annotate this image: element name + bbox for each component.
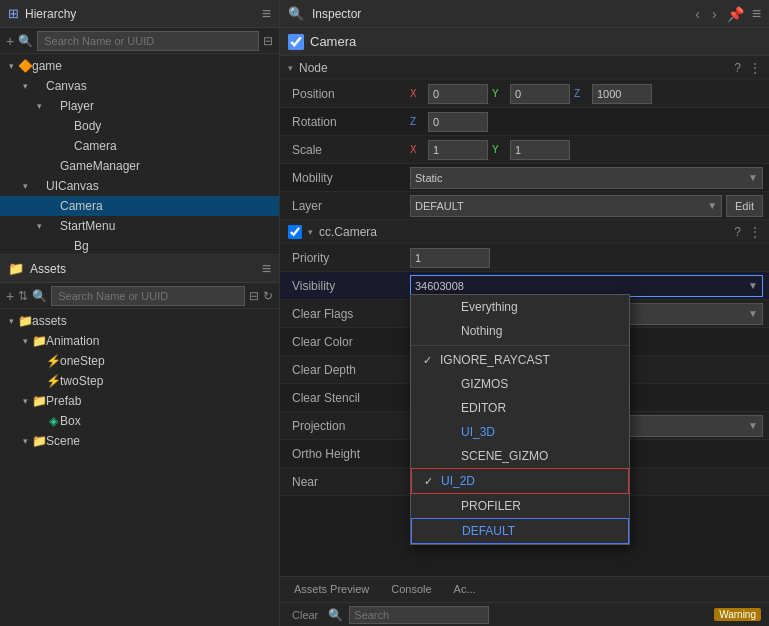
add-icon[interactable]: + <box>6 33 14 49</box>
sort-icon[interactable]: ⇅ <box>18 289 28 303</box>
nav-back-button[interactable]: ‹ <box>693 6 702 22</box>
hierarchy-item[interactable]: ▾StartMenu <box>0 216 279 236</box>
hierarchy-item[interactable]: Camera <box>0 196 279 216</box>
cc-camera-more-icon[interactable]: ⋮ <box>749 225 761 239</box>
position-z-input[interactable] <box>592 84 652 104</box>
inspector-header: 🔍 Inspector ‹ › 📌 ≡ <box>280 0 769 28</box>
dd-item-ui2d[interactable]: UI_2D <box>411 468 629 494</box>
dd-item-default[interactable]: DEFAULT <box>411 518 629 544</box>
dd-item-ignore-raycast[interactable]: IGNORE_RAYCAST <box>411 348 629 372</box>
list-view-icon[interactable]: ⊟ <box>249 289 259 303</box>
tree-item-label: Camera <box>74 139 117 153</box>
scale-y-input[interactable] <box>510 140 570 160</box>
position-y-input[interactable] <box>510 84 570 104</box>
tree-item-label: Scene <box>46 434 80 448</box>
hierarchy-item[interactable]: ▾UICanvas <box>0 176 279 196</box>
status-search-input[interactable] <box>349 606 489 624</box>
assets-item[interactable]: ▾📁Scene <box>0 431 279 451</box>
clear-flags-label: Clear Flags <box>280 307 410 321</box>
hierarchy-title-area: ⊞ Hierarchy <box>8 6 76 21</box>
assets-item[interactable]: ◈Box <box>0 411 279 431</box>
camera-enabled-checkbox[interactable] <box>288 34 304 50</box>
dd-item-profiler[interactable]: PROFILER <box>411 494 629 518</box>
scale-value: X Y <box>410 140 769 160</box>
node-help-icon[interactable]: ? <box>734 61 741 75</box>
hierarchy-menu-icon[interactable]: ≡ <box>262 5 271 23</box>
tree-arrow: ▾ <box>18 436 32 446</box>
add-asset-icon[interactable]: + <box>6 288 14 304</box>
tree-arrow: ▾ <box>18 396 32 406</box>
hierarchy-icon: ⊞ <box>8 6 19 21</box>
tree-item-icon: 📁 <box>32 334 46 348</box>
hierarchy-item[interactable]: Camera <box>0 136 279 156</box>
dd-item-scene-gizmo[interactable]: SCENE_GIZMO <box>411 444 629 468</box>
tree-item-label: Prefab <box>46 394 81 408</box>
clear-stencil-label: Clear Stencil <box>280 391 410 405</box>
node-section-row[interactable]: ▾ Node ? ⋮ <box>280 56 769 80</box>
position-x-input[interactable] <box>428 84 488 104</box>
visibility-label: Visibility <box>280 279 410 293</box>
hierarchy-item[interactable]: Bg <box>0 236 279 254</box>
refresh-icon[interactable]: ↻ <box>263 289 273 303</box>
nav-forward-button[interactable]: › <box>710 6 719 22</box>
mobility-dropdown[interactable]: Static ▼ <box>410 167 763 189</box>
hierarchy-item[interactable]: ▾🔶game <box>0 56 279 76</box>
clear-button[interactable]: Clear <box>288 609 322 621</box>
pin-icon[interactable]: 📌 <box>727 6 744 22</box>
hierarchy-item[interactable]: ▾Player <box>0 96 279 116</box>
tree-item-label: Animation <box>46 334 99 348</box>
hierarchy-search-input[interactable] <box>37 31 259 51</box>
assets-item[interactable]: ▾📁assets <box>0 311 279 331</box>
dd-scene-gizmo-label: SCENE_GIZMO <box>461 449 548 463</box>
dd-item-editor[interactable]: EDITOR <box>411 396 629 420</box>
priority-row: Priority <box>280 244 769 272</box>
hierarchy-item[interactable]: GameManager <box>0 156 279 176</box>
tree-item-label: Body <box>74 119 101 133</box>
dd-item-everything[interactable]: Everything <box>411 295 629 319</box>
mobility-value: Static ▼ <box>410 167 769 189</box>
cc-camera-section-row[interactable]: ▾ cc.Camera ? ⋮ <box>280 220 769 244</box>
cc-camera-checkbox[interactable] <box>288 225 302 239</box>
position-value: X Y Z <box>410 84 769 104</box>
cc-camera-help-icon[interactable]: ? <box>734 225 741 239</box>
dd-item-nothing[interactable]: Nothing <box>411 319 629 343</box>
priority-input[interactable] <box>410 248 490 268</box>
bottom-tabs: Assets Preview Console Ac... <box>280 576 769 602</box>
mobility-dropdown-arrow: ▼ <box>748 172 758 183</box>
layer-dropdown[interactable]: DEFAULT ▼ <box>410 195 722 217</box>
scale-row: Scale X Y <box>280 136 769 164</box>
tab-console[interactable]: Console <box>381 580 441 600</box>
layer-edit-button[interactable]: Edit <box>726 195 763 217</box>
scale-x-input[interactable] <box>428 140 488 160</box>
layer-dropdown-arrow: ▼ <box>707 200 717 211</box>
tree-item-icon: 📁 <box>32 434 46 448</box>
inspector-menu-icon[interactable]: ≡ <box>752 5 761 23</box>
assets-item[interactable]: ▾📁Animation <box>0 331 279 351</box>
mobility-dropdown-value: Static <box>415 172 443 184</box>
tab-assets-preview[interactable]: Assets Preview <box>284 580 379 600</box>
list-icon[interactable]: ⊟ <box>263 34 273 48</box>
assets-item[interactable]: ⚡oneStep <box>0 351 279 371</box>
dd-profiler-label: PROFILER <box>461 499 521 513</box>
priority-value <box>410 248 769 268</box>
hierarchy-item[interactable]: ▾Canvas <box>0 76 279 96</box>
assets-item[interactable]: ⚡twoStep <box>0 371 279 391</box>
rotation-z-input[interactable] <box>428 112 488 132</box>
tab-ac[interactable]: Ac... <box>444 580 486 600</box>
tree-item-label: Camera <box>60 199 103 213</box>
hierarchy-item[interactable]: Body <box>0 116 279 136</box>
node-section-icons: ? ⋮ <box>734 61 761 75</box>
search-icon: 🔍 <box>18 34 33 48</box>
tree-item-icon: ⚡ <box>46 354 60 368</box>
dd-item-gizmos[interactable]: GIZMOS <box>411 372 629 396</box>
dd-item-ui3d[interactable]: UI_3D <box>411 420 629 444</box>
hierarchy-panel: ⊞ Hierarchy ≡ + 🔍 ⊟ ▾🔶game▾Canvas▾Player… <box>0 0 279 254</box>
bottom-status-bar: Clear 🔍 Warning <box>280 602 769 626</box>
assets-item[interactable]: ▾📁Prefab <box>0 391 279 411</box>
assets-search-input[interactable] <box>51 286 245 306</box>
node-more-icon[interactable]: ⋮ <box>749 61 761 75</box>
assets-item[interactable]: 🔶game <box>0 451 279 454</box>
scale-x-label: X <box>410 144 424 155</box>
assets-menu-icon[interactable]: ≡ <box>262 260 271 278</box>
clear-color-label: Clear Color <box>280 335 410 349</box>
